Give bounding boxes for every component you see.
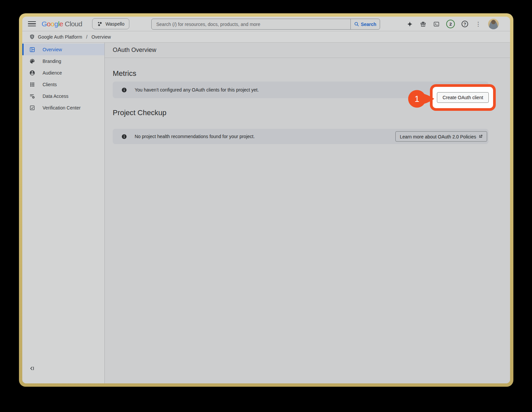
sidebar-item-branding[interactable]: Branding: [22, 55, 104, 67]
browser-viewport: Google Cloud Waspello Search: [22, 17, 510, 383]
gift-icon[interactable]: [420, 21, 426, 27]
sidebar-item-label: Branding: [43, 59, 61, 64]
list-settings-icon: [29, 93, 35, 99]
main-content: OAuth Overview Metrics You haven't confi…: [105, 43, 510, 383]
project-icon: [97, 21, 102, 27]
sidebar-item-data-access[interactable]: Data Access: [22, 90, 104, 102]
sidebar-item-verification-center[interactable]: Verification Center: [22, 102, 104, 113]
logo-letter: G: [42, 20, 47, 28]
sidebar-item-label: Audience: [43, 70, 62, 76]
notification-count-badge[interactable]: 2: [446, 20, 455, 28]
breadcrumb-page[interactable]: Overview: [91, 34, 111, 40]
metrics-info-text: You haven't configured any OAuth clients…: [135, 87, 259, 93]
annotation-highlight-box: Create OAuth client: [430, 84, 496, 111]
breadcrumb: Google Auth Platform / Overview: [22, 31, 510, 43]
more-glyph: ⋮: [475, 21, 481, 27]
sidebar-item-audience[interactable]: Audience: [22, 67, 104, 79]
help-glyph: ?: [464, 22, 466, 27]
apps-grid-icon: [29, 82, 35, 88]
breadcrumb-separator: /: [85, 34, 88, 40]
page-body: Overview Branding Audience Clients: [22, 43, 510, 383]
dashboard-icon: [29, 47, 35, 53]
page-title: OAuth Overview: [113, 47, 156, 54]
help-icon[interactable]: ?: [462, 21, 468, 27]
search-button-label: Search: [361, 22, 376, 27]
window-frame: Google Cloud Waspello Search: [19, 13, 513, 387]
hamburger-menu-icon[interactable]: [28, 20, 36, 28]
gemini-sparkle-icon[interactable]: [406, 21, 413, 27]
topbar-icons: 2 ? ⋮: [406, 17, 499, 31]
logo-letter: o: [47, 20, 51, 28]
annotation-step-number: 1: [408, 90, 426, 108]
palette-icon: [29, 58, 35, 64]
avatar[interactable]: [488, 19, 499, 29]
external-link-icon: [478, 134, 483, 139]
sidebar: Overview Branding Audience Clients: [22, 43, 105, 383]
collapse-panel-icon[interactable]: [30, 365, 36, 371]
checkup-info-text: No project health recommendations found …: [135, 134, 255, 139]
learn-more-label: Learn more about OAuth 2.0 Policies: [400, 134, 476, 139]
info-icon: [121, 134, 127, 139]
logo-letter: e: [60, 20, 63, 28]
sidebar-item-overview[interactable]: Overview: [22, 44, 104, 55]
checkbox-icon: [29, 105, 35, 111]
page-title-row: OAuth Overview: [105, 43, 510, 58]
sidebar-item-clients[interactable]: Clients: [22, 79, 104, 90]
topbar: Google Cloud Waspello Search: [22, 17, 510, 31]
learn-more-button[interactable]: Learn more about OAuth 2.0 Policies: [395, 131, 487, 142]
sidebar-item-label: Overview: [43, 47, 62, 52]
sidebar-item-label: Clients: [43, 82, 57, 87]
create-oauth-client-button[interactable]: Create OAuth client: [437, 92, 489, 103]
logo-cloud-text: Cloud: [65, 20, 82, 28]
info-icon: [121, 87, 127, 93]
search-icon: [354, 22, 359, 27]
person-icon: [29, 70, 35, 76]
search-input[interactable]: [152, 19, 350, 29]
search-bar: Search: [151, 19, 380, 30]
annotation-step-balloon: 1: [408, 90, 435, 108]
project-name: Waspello: [105, 21, 124, 27]
cloud-shell-icon[interactable]: [433, 21, 440, 27]
metrics-heading: Metrics: [113, 58, 488, 78]
logo-letter: g: [54, 20, 58, 28]
sidebar-item-label: Data Access: [43, 94, 68, 99]
breadcrumb-platform[interactable]: Google Auth Platform: [38, 34, 82, 40]
more-vert-icon[interactable]: ⋮: [475, 21, 481, 27]
search-button[interactable]: Search: [350, 19, 380, 29]
google-cloud-logo[interactable]: Google Cloud: [42, 20, 82, 28]
sidebar-item-label: Verification Center: [43, 105, 80, 110]
checkup-info-banner: No project health recommendations found …: [113, 129, 488, 144]
auth-shield-icon: [29, 34, 35, 40]
notification-count: 2: [449, 22, 452, 27]
project-selector-button[interactable]: Waspello: [92, 18, 129, 29]
logo-letter: o: [51, 20, 54, 28]
